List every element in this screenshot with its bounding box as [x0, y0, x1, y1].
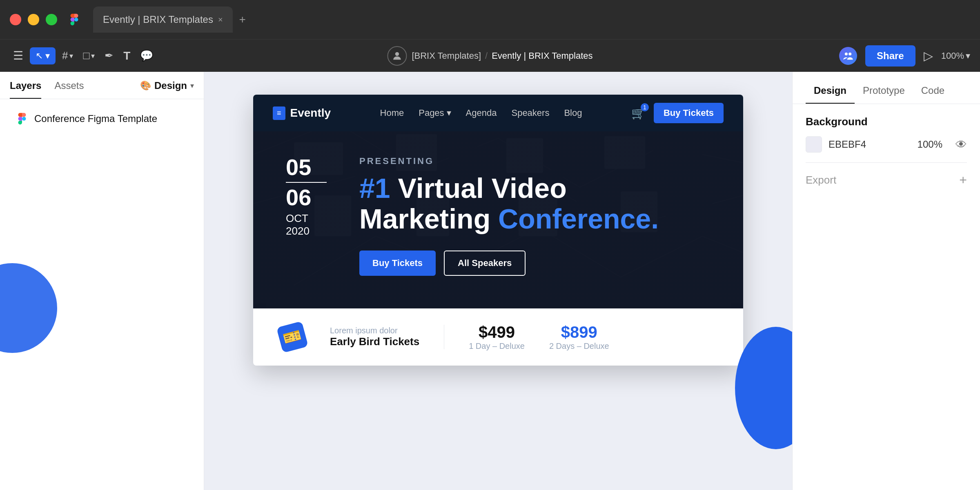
pricing-tier-2: 2 Days – Deluxe: [549, 341, 609, 351]
browser-chrome: Evently | BRIX Templates × +: [0, 0, 980, 39]
pricing-option-1: $499 1 Day – Deluxe: [469, 323, 525, 351]
play-button[interactable]: ▷: [924, 49, 933, 63]
figma-logo-icon: [15, 111, 29, 126]
hero-day1: 05: [286, 156, 327, 179]
site-logo: ≡ Evently: [273, 106, 331, 120]
tab-prototype[interactable]: Prototype: [855, 80, 913, 104]
logo-icon: ≡: [273, 106, 285, 120]
tab-code[interactable]: Code: [913, 80, 953, 104]
hero-buttons: Buy Tickets All Speakers: [359, 251, 710, 276]
nav-right: 🛒 1 Buy Tickets: [631, 103, 724, 123]
svg-point-0: [395, 52, 399, 55]
hero-content: PRESENTING #1 Virtual Video Marketing Co…: [359, 156, 710, 276]
new-tab-button[interactable]: +: [233, 13, 252, 26]
nav-pages[interactable]: Pages ▾: [419, 108, 451, 118]
nav-buy-tickets-button[interactable]: Buy Tickets: [654, 103, 724, 123]
svg-point-2: [849, 52, 851, 55]
hero-title-blue-prefix: #1: [359, 173, 398, 204]
zoom-control[interactable]: 100% ▾: [941, 51, 970, 61]
hero-buy-tickets-button[interactable]: Buy Tickets: [359, 251, 436, 276]
hero-month: OCT 2020: [286, 212, 327, 237]
chevron-down-icon: ▾: [447, 108, 451, 118]
decorative-arc-right: [735, 327, 792, 449]
right-sidebar-tabs: Design Prototype Code: [793, 72, 980, 104]
right-sidebar-content: Background EBEBF4 100% 👁 Export +: [793, 104, 980, 490]
left-sidebar: Layers Assets 🎨 Design ▾ Conference Figm…: [0, 72, 204, 490]
cursor-tool[interactable]: ↖ ▾: [30, 47, 56, 64]
background-property-row: EBEBF4 100% 👁: [806, 136, 967, 153]
traffic-lights: [10, 14, 57, 25]
pen-icon: ✒: [105, 49, 114, 62]
pricing-price-2: $899: [561, 323, 597, 341]
export-add-button[interactable]: +: [959, 173, 967, 188]
pricing-tier-1: 1 Day – Deluxe: [469, 341, 525, 351]
visibility-icon[interactable]: 👁: [956, 138, 967, 151]
color-swatch[interactable]: [806, 136, 822, 153]
pricing-price-1: $499: [479, 323, 515, 341]
opacity-value[interactable]: 100%: [918, 139, 942, 150]
export-row: Export +: [806, 173, 967, 188]
hero-day2: 06: [286, 186, 327, 209]
hero-title-marketing: Marketing: [359, 203, 498, 234]
tab-layers[interactable]: Layers: [10, 80, 41, 99]
collaborator-avatar: [839, 47, 857, 65]
pricing-option-2: $899 2 Days – Deluxe: [549, 323, 609, 351]
pricing-divider: [444, 325, 444, 349]
breadcrumb: [BRIX Templates] / Evently | BRIX Templa…: [412, 51, 592, 61]
hero-date: 05 06 OCT 2020: [286, 156, 327, 276]
toolbar-right: Share ▷ 100% ▾: [839, 45, 970, 67]
nav-speakers[interactable]: Speakers: [511, 108, 549, 118]
figma-icon: [67, 12, 82, 27]
tab-bar: Evently | BRIX Templates × +: [93, 0, 252, 39]
hero-all-speakers-button[interactable]: All Speakers: [444, 251, 526, 276]
tab-design[interactable]: Design: [806, 80, 855, 104]
logo-text: Evently: [290, 106, 331, 120]
chevron-down-icon: ▾: [69, 51, 73, 60]
hero-title-main: Virtual Video: [398, 173, 567, 204]
pricing-main-label: Early Bird Tickets: [330, 335, 419, 348]
maximize-button[interactable]: [46, 14, 57, 25]
list-item[interactable]: Conference Figma Template: [10, 107, 194, 130]
minimize-button[interactable]: [28, 14, 39, 25]
export-label: Export: [806, 174, 836, 186]
nav-home[interactable]: Home: [380, 108, 404, 118]
chevron-down-icon: ▾: [966, 51, 970, 61]
hero-title-conference: Conference.: [498, 203, 659, 234]
nav-agenda[interactable]: Agenda: [466, 108, 497, 118]
comment-tool[interactable]: 💬: [137, 46, 156, 65]
shape-tool[interactable]: □ ▾: [80, 46, 98, 65]
hero-presenting-label: PRESENTING: [359, 156, 710, 166]
website-preview: ≡ Evently Home Pages ▾ Agenda Speakers B…: [253, 95, 743, 366]
tab-close-button[interactable]: ×: [218, 15, 223, 24]
frame-icon: #: [62, 49, 68, 62]
text-tool[interactable]: T: [120, 46, 134, 66]
design-tab-button[interactable]: 🎨 Design ▾: [140, 80, 194, 99]
pricing-sub-label: Lorem ipsum dolor: [330, 326, 419, 335]
close-button[interactable]: [10, 14, 21, 25]
breadcrumb-org: [BRIX Templates]: [412, 51, 481, 61]
menu-button[interactable]: ☰: [10, 46, 27, 66]
site-nav: ≡ Evently Home Pages ▾ Agenda Speakers B…: [253, 95, 743, 131]
nav-blog[interactable]: Blog: [564, 108, 582, 118]
section-divider: [806, 162, 967, 163]
comment-icon: 💬: [140, 49, 153, 62]
hex-value[interactable]: EBEBF4: [829, 139, 911, 150]
background-section-title: Background: [806, 115, 967, 128]
canvas-area[interactable]: ≡ Evently Home Pages ▾ Agenda Speakers B…: [204, 72, 792, 490]
pen-tool[interactable]: ✒: [101, 46, 117, 65]
chevron-down-icon: ▾: [45, 51, 50, 61]
breadcrumb-project: Evently | BRIX Templates: [492, 51, 592, 61]
workspace: Layers Assets 🎨 Design ▾ Conference Figm…: [0, 72, 980, 490]
toolbar-center: [BRIX Templates] / Evently | BRIX Templa…: [387, 46, 592, 66]
cursor-icon: ↖: [36, 51, 43, 61]
site-hero: 05 06 OCT 2020 PRESENTING #1 Virtual Vid…: [253, 131, 743, 308]
figma-toolbar: ☰ ↖ ▾ # ▾ □ ▾ ✒ T 💬 [BRIX Templates] /: [0, 39, 980, 72]
tab-assets[interactable]: Assets: [54, 80, 84, 99]
share-button[interactable]: Share: [865, 45, 915, 67]
tab-title: Evently | BRIX Templates: [103, 14, 213, 25]
shape-icon: □: [83, 49, 89, 62]
frame-tool[interactable]: # ▾: [59, 46, 76, 65]
browser-tab[interactable]: Evently | BRIX Templates ×: [93, 7, 233, 33]
cart-icon[interactable]: 🛒 1: [631, 106, 646, 120]
pricing-bar: 🎫 Lorem ipsum dolor Early Bird Tickets $…: [253, 308, 743, 366]
